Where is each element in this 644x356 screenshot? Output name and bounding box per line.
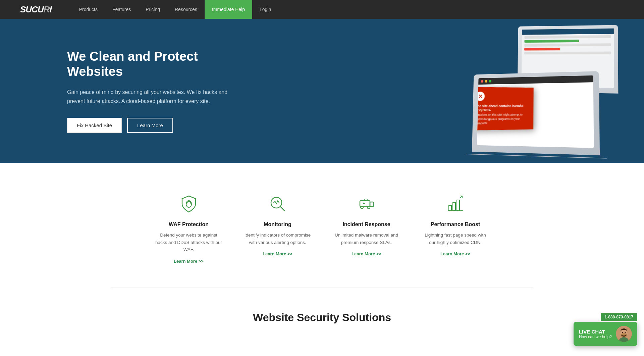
monitoring-desc: Identify indicators of compromise with v…	[243, 232, 312, 246]
svg-rect-10	[457, 200, 460, 210]
waf-icon	[178, 193, 200, 215]
warning-title: The site ahead contains harmful programs…	[477, 104, 529, 112]
navigation: SUCURI Products Features Pricing Resourc…	[0, 0, 644, 19]
laptop-screen: ✕ The site ahead contains harmful progra…	[477, 75, 594, 148]
waf-learn-more[interactable]: Learn More >>	[174, 259, 204, 264]
live-chat-widget[interactable]: 1-888-873-0817 LIVE CHAT How can we help…	[574, 322, 637, 330]
nav-immediate-help[interactable]: Immediate Help	[205, 0, 252, 19]
nav-resources[interactable]: Resources	[167, 0, 205, 19]
incident-learn-more[interactable]: Learn More >>	[352, 251, 381, 256]
bottom-title: Website Security Solutions	[67, 311, 577, 324]
svg-rect-7	[365, 199, 367, 201]
chat-text: LIVE CHAT How can we help?	[579, 329, 612, 330]
incident-desc: Unlimited malware removal and premium re…	[332, 232, 401, 246]
laptop-body: ✕ The site ahead contains harmful progra…	[472, 71, 600, 155]
chat-label: LIVE CHAT	[579, 329, 612, 330]
site-logo[interactable]: SUCURI	[20, 4, 52, 15]
monitoring-icon	[267, 193, 288, 215]
bottom-section: Website Security Solutions	[0, 295, 644, 330]
dot-red	[481, 80, 483, 83]
performance-desc: Lightning fast page speed with our highl…	[421, 232, 490, 246]
dot-yellow	[485, 80, 487, 83]
chat-avatar	[616, 326, 632, 330]
waf-title: WAF Protection	[154, 221, 223, 227]
hero-content: We Clean and Protect Websites Gain peace…	[67, 49, 241, 133]
hero-section: We Clean and Protect Websites Gain peace…	[0, 19, 644, 163]
fix-hacked-site-button[interactable]: Fix Hacked Site	[67, 118, 122, 133]
performance-learn-more[interactable]: Learn More >>	[440, 251, 470, 256]
dot-green	[489, 80, 491, 83]
hero-learn-more-button[interactable]: Learn More	[127, 118, 173, 133]
performance-icon	[445, 193, 466, 215]
feature-monitoring: Monitoring Identify indicators of compro…	[233, 187, 322, 271]
hero-illustration: ✕ The site ahead contains harmful progra…	[470, 32, 610, 153]
performance-title: Performance Boost	[421, 221, 490, 227]
svg-rect-8	[449, 205, 451, 210]
nav-products[interactable]: Products	[72, 0, 105, 19]
warning-overlay: ✕ The site ahead contains harmful progra…	[477, 87, 534, 131]
features-strip: WAF Protection Defend your website again…	[111, 170, 533, 288]
laptop-base	[465, 154, 608, 159]
incident-icon	[356, 193, 377, 215]
hero-buttons: Fix Hacked Site Learn More	[67, 118, 241, 133]
monitoring-title: Monitoring	[243, 221, 312, 227]
warning-x-icon: ✕	[477, 92, 485, 101]
hero-description: Gain peace of mind by securing all your …	[67, 88, 241, 106]
nav-login[interactable]: Login	[252, 0, 278, 19]
screen-body: ✕ The site ahead contains harmful progra…	[477, 82, 594, 148]
feature-performance: Performance Boost Lightning fast page sp…	[411, 187, 500, 271]
feature-waf: WAF Protection Defend your website again…	[144, 187, 233, 271]
monitoring-learn-more[interactable]: Learn More >>	[263, 251, 292, 256]
warning-text: Attackers on this site might attempt to …	[477, 113, 529, 126]
incident-title: Incident Response	[332, 221, 401, 227]
waf-desc: Defend your website against hacks and DD…	[154, 232, 223, 253]
svg-point-1	[188, 200, 190, 202]
hero-title: We Clean and Protect Websites	[67, 49, 241, 80]
svg-rect-9	[453, 203, 455, 210]
feature-incident: Incident Response Unlimited malware remo…	[322, 187, 411, 271]
features-wrapper: WAF Protection Defend your website again…	[0, 163, 644, 295]
chat-phone: 1-888-873-0817	[601, 313, 637, 321]
nav-links: Products Features Pricing Resources Imme…	[72, 0, 624, 19]
nav-features[interactable]: Features	[105, 0, 138, 19]
nav-pricing[interactable]: Pricing	[138, 0, 167, 19]
svg-rect-4	[370, 202, 373, 207]
